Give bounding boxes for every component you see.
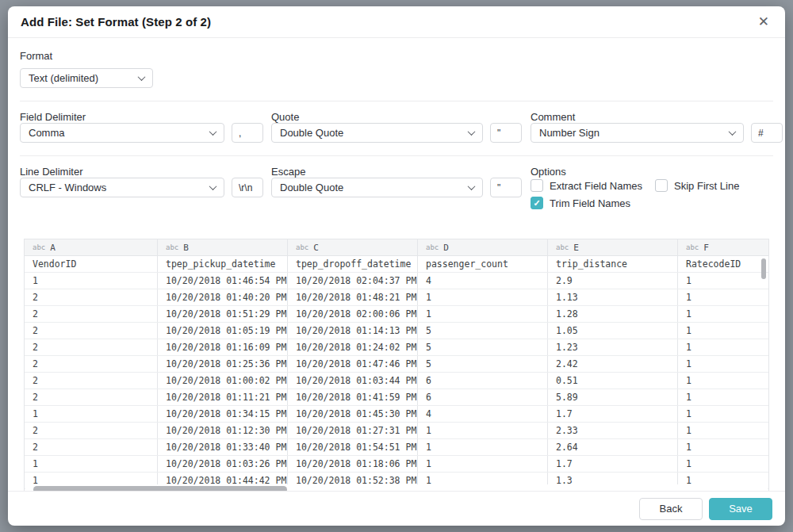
- table-row: 210/20/2018 01:16:09 PM10/20/2018 01:24:…: [25, 339, 768, 356]
- back-button[interactable]: Back: [639, 498, 703, 520]
- table-cell: 2: [25, 356, 158, 372]
- table-cell: 1: [678, 456, 769, 472]
- table-cell: 1: [418, 439, 548, 455]
- table-cell: 1: [25, 273, 158, 289]
- quote-value: Double Quote: [280, 127, 343, 139]
- dialog-footer: Back Save: [8, 491, 785, 526]
- table-row: 210/20/2018 01:51:29 PM10/20/2018 02:00:…: [25, 306, 768, 323]
- horizontal-scrollbar-track: [25, 484, 768, 491]
- table-cell: 10/20/2018 02:04:37 PM: [288, 273, 418, 289]
- table-cell: 4: [418, 406, 548, 422]
- table-cell: 10/20/2018 01:03:44 PM: [288, 373, 418, 388]
- table-cell: 2.33: [548, 423, 678, 438]
- table-cell: 10/20/2018 01:48:21 PM: [288, 289, 418, 305]
- horizontal-scrollbar[interactable]: [33, 486, 287, 491]
- column-header[interactable]: abcF: [678, 239, 769, 255]
- vertical-scrollbar[interactable]: [761, 258, 766, 279]
- table-cell: 2: [25, 373, 158, 388]
- table-cell: 1.28: [548, 306, 678, 322]
- format-select[interactable]: Text (delimited): [20, 68, 153, 88]
- format-select-value: Text (delimited): [29, 72, 98, 84]
- checkbox-icon[interactable]: [531, 197, 543, 209]
- table-cell: 10/20/2018 01:34:15 PM: [158, 406, 288, 422]
- table-cell: 1: [678, 439, 769, 455]
- table-cell: 1: [678, 423, 769, 438]
- trim-field-names-checkbox[interactable]: Trim Field Names: [531, 197, 630, 209]
- comment-select[interactable]: Number Sign: [531, 123, 744, 143]
- skip-first-line-checkbox[interactable]: Skip First Line: [655, 179, 739, 192]
- trim-field-names-label: Trim Field Names: [550, 197, 630, 209]
- table-cell: 6: [418, 373, 548, 388]
- escape-label: Escape: [271, 166, 523, 178]
- dialog-body: Format Text (delimited) Field Delimiter …: [8, 38, 785, 491]
- chevron-down-icon: [138, 73, 146, 81]
- skip-first-line-label: Skip First Line: [674, 180, 739, 192]
- table-cell: 1: [418, 423, 548, 438]
- table-cell: 1.7: [548, 406, 678, 422]
- close-icon[interactable]: ✕: [755, 13, 772, 30]
- table-cell: 10/20/2018 01:24:02 PM: [288, 339, 418, 355]
- escape-char-input[interactable]: [490, 178, 522, 197]
- comment-char-input[interactable]: [751, 123, 783, 143]
- table-row: 210/20/2018 01:11:21 PM10/20/2018 01:41:…: [25, 389, 768, 406]
- abc-type-icon: abc: [166, 243, 178, 251]
- table-cell: 1: [678, 389, 769, 405]
- options-block: Extract Field Names Skip First Line Trim…: [531, 178, 783, 209]
- table-cell: 10/20/2018 01:41:59 PM: [288, 389, 418, 405]
- checkbox-icon[interactable]: [655, 179, 668, 192]
- column-letter: B: [183, 243, 189, 253]
- table-cell: 2: [25, 423, 158, 438]
- table-cell: 1.13: [548, 289, 678, 305]
- chevron-down-icon: [468, 128, 476, 136]
- save-button[interactable]: Save: [709, 498, 772, 520]
- table-cell: 5.89: [548, 389, 678, 405]
- table-cell: passenger_count: [418, 256, 548, 272]
- table-row: 110/20/2018 01:46:54 PM10/20/2018 02:04:…: [25, 273, 768, 289]
- table-row: 210/20/2018 01:33:40 PM10/20/2018 01:54:…: [25, 439, 768, 456]
- table-cell: 1.7: [548, 456, 678, 472]
- table-cell: 2: [25, 289, 158, 305]
- table-row: 210/20/2018 01:00:02 PM10/20/2018 01:03:…: [25, 373, 768, 389]
- abc-type-icon: abc: [296, 243, 308, 251]
- escape-select[interactable]: Double Quote: [271, 178, 483, 197]
- column-letter: A: [50, 243, 56, 253]
- line-delimiter-select[interactable]: CRLF - Windows: [20, 178, 224, 197]
- abc-type-icon: abc: [426, 243, 439, 251]
- extract-field-names-checkbox[interactable]: Extract Field Names: [531, 179, 642, 192]
- table-cell: 4: [418, 273, 548, 289]
- checkbox-icon[interactable]: [531, 179, 543, 192]
- table-cell: 1.05: [548, 323, 678, 339]
- table-cell: 10/20/2018 01:46:54 PM: [158, 273, 288, 289]
- column-header[interactable]: abcE: [548, 239, 678, 255]
- format-label: Format: [20, 50, 773, 62]
- quote-label: Quote: [271, 111, 523, 123]
- format-section: Format Text (delimited): [20, 38, 773, 101]
- dialog-title: Add File: Set Format (Step 2 of 2): [21, 15, 211, 29]
- table-cell: 1: [678, 339, 769, 355]
- table-cell: 2: [25, 306, 158, 322]
- field-delimiter-label: Field Delimiter: [20, 111, 264, 123]
- column-header[interactable]: abcD: [418, 239, 548, 255]
- table-cell: 10/20/2018 01:16:09 PM: [158, 339, 288, 355]
- table-cell: 10/20/2018 01:03:26 PM: [158, 456, 288, 472]
- field-delimiter-select[interactable]: Comma: [20, 123, 224, 143]
- line-delimiter-char-input[interactable]: [232, 178, 263, 197]
- table-cell: 10/20/2018 01:14:13 PM: [288, 323, 418, 339]
- table-row: 110/20/2018 01:03:26 PM10/20/2018 01:18:…: [25, 456, 768, 473]
- table-cell: 10/20/2018 01:45:30 PM: [288, 406, 418, 422]
- table-cell: 10/20/2018 01:05:19 PM: [158, 323, 288, 339]
- field-delimiter-char-input[interactable]: [232, 123, 263, 143]
- table-cell: 5: [418, 339, 548, 355]
- quote-select[interactable]: Double Quote: [271, 123, 483, 143]
- options-label: Options: [531, 166, 783, 178]
- column-header[interactable]: abcB: [158, 239, 288, 255]
- column-header[interactable]: abcA: [25, 239, 158, 255]
- chevron-down-icon: [729, 128, 737, 136]
- table-cell: 1: [418, 306, 548, 322]
- quote-char-input[interactable]: [490, 123, 522, 143]
- table-cell: 1: [678, 356, 769, 372]
- column-header[interactable]: abcC: [288, 239, 418, 255]
- comment-label: Comment: [531, 111, 783, 123]
- table-row: 210/20/2018 01:05:19 PM10/20/2018 01:14:…: [25, 323, 768, 339]
- table-cell: 2: [25, 339, 158, 355]
